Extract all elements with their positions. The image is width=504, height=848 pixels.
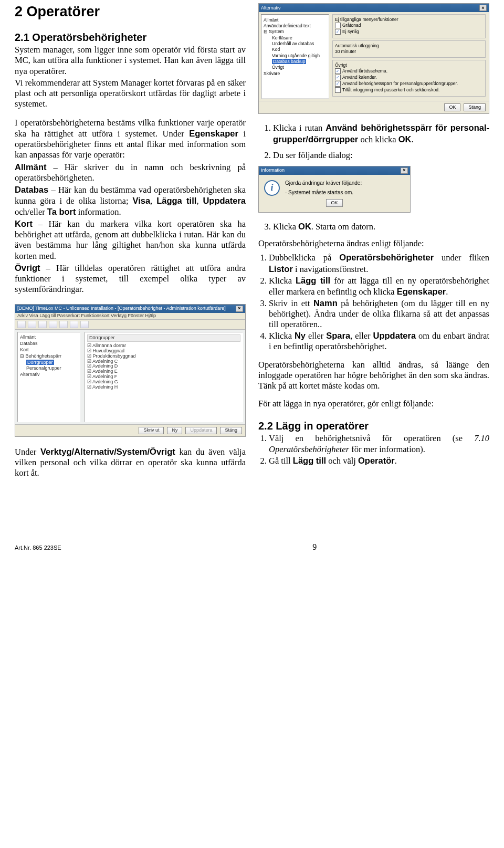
text-bold: Uppdatera (373, 331, 416, 340)
info-icon: i (264, 180, 280, 196)
text-bold: Listor (269, 264, 293, 274)
text: eller (306, 331, 326, 341)
text-bold: Uppdatera (203, 196, 246, 205)
tree-item[interactable]: Dörrgrupper (20, 360, 78, 366)
tree-item[interactable]: ⊟ Behörighetsspärr (20, 353, 78, 360)
tree-item[interactable]: ⊟ System (264, 29, 327, 35)
dialog-button[interactable]: Skriv ut (139, 427, 164, 434)
list-item: Välj en behörighetsnivå för operatören (… (269, 433, 489, 454)
list-item: Gå till Lägg till och välj Operatör. (269, 455, 489, 466)
toolbar-icon[interactable] (59, 321, 68, 328)
text: Klicka (269, 276, 296, 286)
para: Under Verktyg/Alternativ/System/Övrigt k… (15, 446, 246, 478)
toolbar-icon[interactable] (49, 321, 57, 328)
group-auto-logout: Automatisk utloggning 30 minuter (332, 40, 486, 58)
page-number: 9 (312, 542, 317, 552)
tree-item[interactable]: Användardefinierad text (264, 23, 327, 28)
text: . (395, 456, 397, 466)
tree-item[interactable]: Kort (20, 347, 78, 353)
tree-item[interactable]: Allmänt (264, 17, 327, 23)
tree-item[interactable]: Allmänt (20, 334, 78, 341)
toolbar-icon[interactable] (28, 321, 36, 328)
ok-button[interactable]: OK (444, 103, 460, 111)
ordered-list: Klicka OK. Starta om datorn. (258, 221, 489, 232)
tree-item[interactable]: Databas backup (264, 59, 327, 65)
tree-item[interactable]: Kortläsare (264, 35, 327, 40)
window-titlebar[interactable]: Information × (259, 166, 410, 175)
options-tree[interactable]: AllmäntAnvändardefinierad text⊟ SystemKo… (261, 14, 329, 99)
checkbox[interactable]: Använd lårtidsschema. (335, 68, 483, 74)
text-bold: OK (398, 134, 412, 144)
close-icon[interactable]: × (479, 5, 487, 11)
dialog-button[interactable]: Ny (167, 427, 182, 434)
nav-tree[interactable]: AllmäntDatabasKort⊟ BehörighetsspärrDörr… (17, 332, 80, 422)
text-bold: Namn (313, 298, 338, 308)
list-item: Skriv in ett Namn på behörigheten (om du… (269, 298, 489, 330)
toolbar-icon[interactable] (38, 321, 47, 328)
info-dialog-screenshot: Information × i Gjorda ändringar kräver … (258, 166, 411, 213)
text: – Här kan du markera vilka kort operatör… (15, 219, 246, 260)
dialog-button[interactable]: Stäng (220, 427, 242, 434)
checkbox[interactable]: Tillåt inloggning med passerkort och sek… (335, 87, 483, 93)
text-bold: Operatör (358, 456, 395, 465)
radio-ej-synlig[interactable]: Ej synlig (335, 28, 483, 35)
tree-item[interactable]: Alternativ (20, 372, 78, 378)
text: Under (15, 447, 40, 457)
button-row: Skriv utNyUppdateraStäng (15, 424, 245, 436)
ordered-list: Välj en behörighetsnivå för operatören (… (258, 433, 489, 466)
menu-bar[interactable]: Arkiv Visa Lägg till Passerkort Funktion… (15, 313, 245, 320)
tree-item[interactable]: Övrigt (264, 65, 327, 70)
para: Vi rekommenderar att System Manager kort… (15, 78, 246, 109)
toolbar[interactable] (15, 320, 245, 330)
text: Klicka i rutan (273, 123, 326, 133)
text-bold: Verktyg/Alternativ/System/Övrigt (40, 447, 175, 456)
page-footer: Art.Nr. 865 223SE 9 (0, 490, 504, 557)
text: och välj (326, 456, 358, 466)
close-icon[interactable]: × (401, 167, 408, 174)
logout-minutes[interactable]: 30 minuter (335, 49, 483, 54)
text: Skriv in ett (269, 298, 313, 308)
close-icon[interactable]: × (236, 306, 243, 312)
window-titlebar[interactable]: Alternativ × (259, 4, 489, 12)
text: Dubbelklicka på (269, 253, 339, 263)
text: i navigationsfönstret. (293, 264, 368, 274)
tree-item[interactable]: Personalgrupper (20, 365, 78, 372)
tree-item[interactable]: Underhåll av databas (264, 40, 327, 46)
text-bold: Egenskaper (189, 129, 238, 138)
para: Övrigt – Här tilldelas operatören rättig… (15, 263, 246, 295)
close-button[interactable]: Stäng (464, 103, 486, 111)
ok-button[interactable]: OK (326, 199, 342, 207)
info-text: - Systemet måste startas om. (285, 190, 362, 196)
tree-item[interactable]: Skrivare (264, 70, 327, 76)
toolbar-icon[interactable] (17, 321, 26, 328)
list-item[interactable]: ☑ Avdelning H (87, 385, 240, 390)
list-header: Dörrgrupper (87, 334, 240, 342)
group-misc: Övrigt Använd lårtidsschema. Använd kale… (332, 60, 486, 97)
text: Klicka (269, 331, 295, 341)
tree-item[interactable]: Varning utgående giltigh (264, 53, 327, 58)
toolbar-icon[interactable] (70, 321, 78, 328)
para: Allmänt – Här skriver du in namn och bes… (15, 162, 246, 183)
group-label: Automatisk utloggning (335, 43, 483, 48)
list-item: Du ser följande dialog: (273, 150, 489, 161)
dialog-button[interactable]: Uppdatera (185, 427, 217, 434)
app-window-screenshot: [DEMO] TimeLox MC - Unlicensed Installat… (15, 304, 246, 437)
checkbox[interactable]: Använd kalender. (335, 74, 483, 80)
text-bold: Databas (15, 185, 48, 194)
tree-item[interactable]: Kod (264, 47, 327, 53)
window-titlebar[interactable]: [DEMO] TimeLox MC - Unlicensed Installat… (15, 305, 245, 313)
para: Operatörsbehörigheterna ändras enligt fö… (258, 238, 489, 249)
text-bold: Egenskaper (397, 287, 446, 296)
list-pane[interactable]: Dörrgrupper ☑ Allmänna dörrar☑ Huvudbygg… (85, 332, 243, 422)
text: , eller (350, 331, 373, 341)
tree-item[interactable]: Databas (20, 341, 78, 347)
radio-gratonad[interactable]: Gråtonad (335, 22, 483, 28)
checkbox[interactable]: Använd behörighetsspärr för personalgrup… (335, 80, 483, 87)
list-item: Klicka Ny eller Spara, eller Uppdatera o… (269, 330, 489, 352)
text-bold: Lägg till (293, 456, 326, 465)
toolbar-icon[interactable] (80, 321, 89, 328)
para: För att lägga in nya operatörer, gör enl… (258, 399, 489, 409)
text: . (412, 134, 414, 144)
window-title: [DEMO] TimeLox MC - Unlicensed Installat… (17, 306, 226, 311)
list-item: Klicka OK. Starta om datorn. (273, 221, 489, 232)
